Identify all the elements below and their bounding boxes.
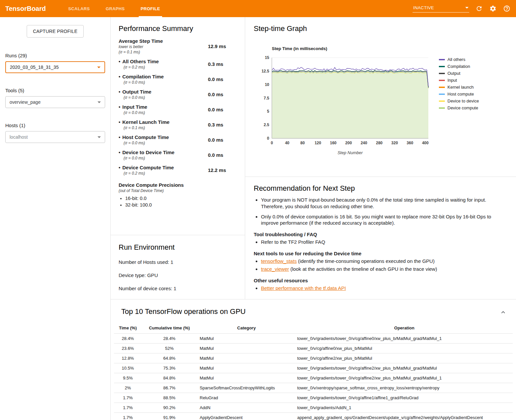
hosts-dropdown[interactable]: localhost	[5, 131, 105, 143]
metric-name: •Device Compute Time	[119, 165, 208, 170]
svg-text:Step Number: Step Number	[337, 150, 363, 155]
top-ops-table: Time (%)Cumulative time (%)CategoryOpera…	[114, 323, 513, 420]
metric-value: 0.0 ms	[208, 107, 237, 112]
metric-row-2: •Output Time(σ = 0.0 ms)0.0 ms	[119, 89, 237, 100]
svg-text:160: 160	[330, 141, 336, 145]
column-header: Time (%)	[114, 323, 142, 334]
svg-text:0: 0	[267, 136, 269, 141]
table-cell: AddN	[197, 403, 296, 413]
metric-name: •Compilation Time	[119, 74, 208, 79]
hosts-label: Hosts (1)	[5, 123, 105, 128]
table-cell: 88.5%	[142, 393, 197, 403]
table-row: 23.6%52%MatMultower_0/v/cg/affine0/xw_pl…	[114, 344, 513, 353]
table-cell: MatMul	[197, 363, 296, 373]
table-cell: ReluGrad	[197, 393, 296, 403]
metric-value: 12.2 ms	[208, 167, 237, 173]
link-better-performance-with-the-tf-data-api[interactable]: Better performance with the tf.data API	[261, 285, 346, 291]
metric-value: 0.0 ms	[208, 76, 237, 82]
app-title: TensorBoard	[0, 0, 60, 17]
table-cell: SparseSoftmaxCrossEntropyWithLogits	[197, 383, 296, 393]
sidebar: CAPTURE PROFILE Runs (29) 2020_03_05_18_…	[0, 17, 110, 420]
table-cell: tower_0/v/cg/affine0/xw_plus_b/MatMul	[296, 344, 513, 353]
column-header: Cumulative time (%)	[142, 323, 197, 334]
recommendation-bullet: Your program is NOT input-bound because …	[261, 197, 507, 210]
refresh-icon[interactable]	[475, 5, 483, 13]
metric-value: 0.3 ms	[208, 61, 237, 67]
collapse-icon[interactable]	[500, 309, 507, 317]
svg-text:320: 320	[391, 141, 398, 145]
svg-text:5: 5	[267, 109, 269, 114]
metric-note: lower is better	[119, 44, 208, 49]
metric-row-6: •Device to Device Time(σ = 0.0 ms)0.0 ms	[119, 150, 237, 160]
table-cell: tower_0/v/cg/affine2/xw_plus_b/MatMul	[296, 353, 513, 363]
metric-row-3: •Input Time(σ = 0.0 ms)0.0 ms	[119, 104, 237, 115]
legend-all-others: All others	[439, 56, 479, 63]
table-cell: tower_0/v/gradients/tower_0/v/cg/affine2…	[296, 363, 513, 373]
graph-column: Step-time Graph Step Time (in millisecon…	[245, 17, 516, 299]
metric-row-4: •Kernel Launch Time(σ = 0.1 ms)0.3 ms	[119, 119, 237, 130]
table-row: 9.5%84.8%MatMultower_0/v/gradients/tower…	[114, 373, 513, 383]
link-trace-viewer[interactable]: trace_viewer	[261, 266, 289, 272]
svg-text:7.5: 7.5	[264, 96, 269, 100]
table-cell: 9.5%	[114, 373, 142, 383]
performance-summary-title: Performance Summary	[119, 24, 237, 33]
metric-name: •Device to Device Time	[119, 150, 208, 155]
chart-title: Step Time (in milliseconds)	[272, 46, 435, 51]
device-compute-precisions: Device Compute Precisions (out of Total …	[119, 182, 237, 208]
tab-scalars[interactable]: SCALARS	[60, 0, 98, 17]
top-ops-title: Top 10 TensorFlow operations on GPU	[121, 307, 245, 316]
table-cell: 23.6%	[114, 344, 142, 353]
gear-icon[interactable]	[489, 5, 497, 13]
table-cell: 1.7%	[114, 403, 142, 413]
recommendation-item: tensorflow_stats (identify the time-cons…	[261, 258, 507, 265]
step-time-graph-card: Step-time Graph Step Time (in millisecon…	[245, 17, 516, 177]
table-cell: tower_0/v/gradients/tower_0/v/cg/affine2…	[296, 373, 513, 383]
env-line: Number of Hosts used: 1	[119, 259, 237, 265]
nav-tabs: SCALARSGRAPHSPROFILE	[60, 0, 168, 17]
metric-list: •All Others Time(σ = 0.2 ms)0.3 ms•Compi…	[119, 59, 237, 176]
table-cell: 28.4%	[142, 334, 197, 344]
legend-input: Input	[439, 77, 479, 84]
top-app-bar: TensorBoard SCALARSGRAPHSPROFILE INACTIV…	[0, 0, 516, 17]
metric-value: 0.0 ms	[208, 92, 237, 97]
metric-sigma: (σ = 0.1 ms)	[124, 126, 208, 130]
capture-profile-button[interactable]: CAPTURE PROFILE	[27, 25, 84, 38]
recommendation-bullets: Your program is NOT input-bound because …	[254, 197, 507, 226]
table-cell: append_apply_gradient_ops/GradientDescen…	[296, 413, 513, 420]
top-ops-card: Top 10 TensorFlow operations on GPU Time…	[110, 299, 516, 420]
recommendation-heading: Next tools to use for reducing the Devic…	[254, 251, 507, 256]
table-cell: 12.8%	[114, 353, 142, 363]
tab-graphs[interactable]: GRAPHS	[98, 0, 133, 17]
metric-name: •All Others Time	[119, 59, 208, 64]
tools-dropdown[interactable]: overview_page	[5, 96, 105, 108]
precision-item: 32-bit: 100.0	[125, 202, 237, 208]
runs-dropdown[interactable]: 2020_03_05_18_31_35	[5, 61, 105, 73]
table-cell: 86.7%	[142, 383, 197, 393]
svg-text:200: 200	[345, 141, 352, 145]
recommendation-item: Refer to the TF2 Profiler FAQ	[261, 239, 507, 245]
legend-output: Output	[439, 70, 479, 77]
env-line: Device type: GPU	[119, 272, 237, 278]
tab-profile[interactable]: PROFILE	[133, 0, 168, 17]
metric-row-5: •Host Compute Time(σ = 0.0 ms)0.0 ms	[119, 134, 237, 145]
svg-text:0: 0	[271, 141, 273, 145]
svg-text:280: 280	[376, 141, 383, 145]
metric-sigma: (σ = 0.2 ms)	[124, 65, 208, 70]
help-icon[interactable]	[503, 5, 511, 13]
svg-text:10: 10	[265, 82, 270, 87]
legend-kernel-launch: Kernel launch	[439, 84, 479, 91]
svg-text:360: 360	[407, 141, 413, 145]
recommendation-bullet: Only 0.0% of device computation is 16 bi…	[261, 213, 507, 227]
runs-label: Runs (29)	[5, 53, 105, 58]
legend-compilation: Compilation	[439, 63, 479, 70]
metric-value: 0.0 ms	[208, 152, 237, 158]
link-tensorflow-stats[interactable]: tensorflow_stats	[261, 258, 297, 264]
header-controls: INACTIVE	[413, 0, 516, 17]
status-dropdown[interactable]: INACTIVE	[413, 5, 469, 13]
tools-value: overview_page	[10, 99, 41, 105]
chevron-down-icon	[98, 101, 101, 103]
svg-text:12.5: 12.5	[262, 69, 270, 73]
svg-text:80: 80	[300, 141, 305, 145]
metric-name: Average Step Time	[119, 38, 208, 44]
table-cell: 2%	[114, 383, 142, 393]
